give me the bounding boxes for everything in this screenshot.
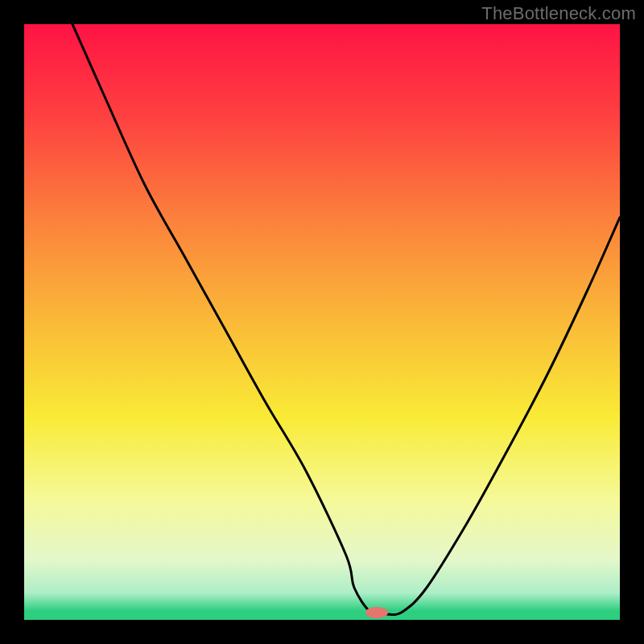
minimum-marker xyxy=(365,607,388,618)
gradient-background xyxy=(24,24,620,620)
plot-area xyxy=(24,24,620,620)
gradient-chart xyxy=(24,24,620,620)
chart-frame: TheBottleneck.com xyxy=(0,0,644,644)
watermark-text: TheBottleneck.com xyxy=(481,3,636,24)
